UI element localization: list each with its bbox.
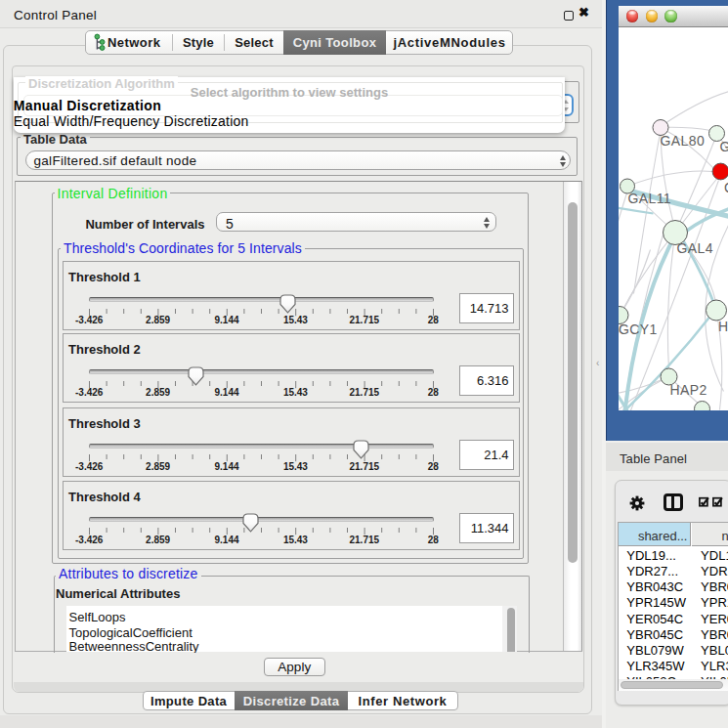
svg-text:H: H	[718, 319, 728, 334]
svg-text:GA: GA	[719, 138, 728, 153]
svg-text:HAP2: HAP2	[669, 382, 707, 398]
svg-text:C: C	[724, 179, 728, 194]
svg-text:GAL11: GAL11	[627, 191, 671, 206]
svg-text:GCY1: GCY1	[619, 321, 658, 336]
svg-text:GAL80: GAL80	[660, 132, 705, 148]
svg-text:GAL4: GAL4	[676, 240, 712, 256]
